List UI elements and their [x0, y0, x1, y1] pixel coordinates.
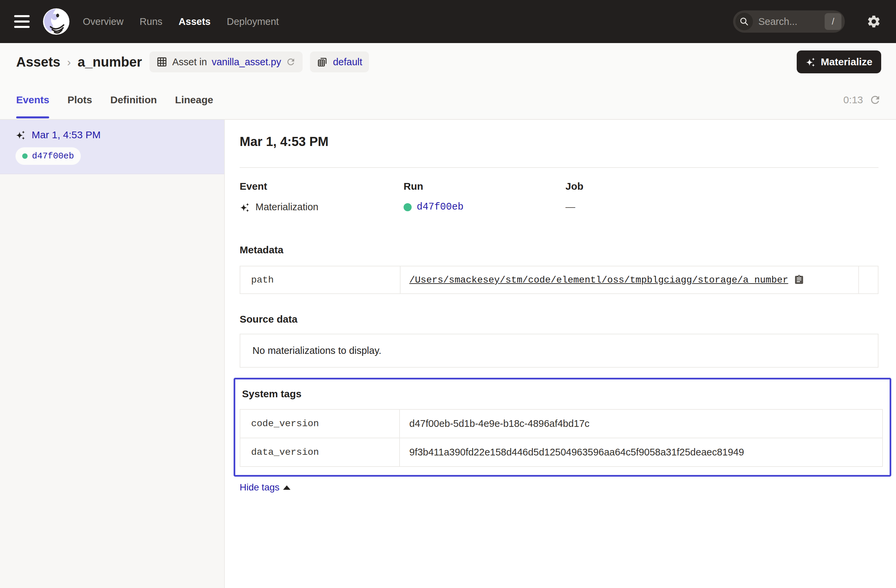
- metadata-actions-cell: [858, 266, 878, 293]
- page-title: a_number: [78, 55, 142, 70]
- hide-tags-label: Hide tags: [240, 482, 279, 493]
- breadcrumb: Assets › a_number: [16, 55, 142, 70]
- event-info-row: Event Materialization Run d47f00eb Job —: [240, 181, 879, 213]
- run-id-pill[interactable]: d47f00eb: [15, 147, 81, 165]
- event-type-value: Materialization: [256, 202, 318, 213]
- asset-location-badge: Asset in vanilla_asset.py: [149, 52, 303, 72]
- run-status-dot: [404, 203, 411, 211]
- copy-icon[interactable]: [794, 275, 805, 285]
- source-data-section-title: Source data: [240, 313, 879, 325]
- breadcrumb-assets-link[interactable]: Assets: [16, 55, 60, 70]
- reload-location-icon[interactable]: [286, 57, 296, 67]
- system-tags-section-title: System tags: [242, 388, 883, 400]
- job-column-label: Job: [565, 181, 879, 192]
- page-header: Assets › a_number Asset in vanilla_asset…: [0, 43, 896, 81]
- tab-definition[interactable]: Definition: [110, 81, 157, 119]
- refresh-icon[interactable]: [869, 94, 881, 106]
- event-timestamp-link[interactable]: Mar 1, 4:53 PM: [32, 129, 101, 141]
- content-area: Mar 1, 4:53 PM d47f00eb Mar 1, 4:53 PM E…: [0, 120, 896, 588]
- tag-key: data_version: [240, 438, 400, 466]
- path-link[interactable]: /Users/smackesey/stm/code/elementl/oss/t…: [409, 275, 788, 285]
- tab-lineage[interactable]: Lineage: [175, 81, 213, 119]
- source-data-empty-message: No materializations to display.: [253, 345, 381, 356]
- breadcrumb-separator: ›: [67, 56, 71, 68]
- run-column-label: Run: [404, 181, 565, 192]
- table-row: code_version d47f00eb-5d1b-4e9e-b18c-489…: [240, 410, 882, 438]
- run-id-link[interactable]: d47f00eb: [417, 202, 463, 213]
- hide-tags-link[interactable]: Hide tags: [240, 482, 291, 493]
- gear-icon[interactable]: [866, 14, 881, 29]
- search-icon: [736, 13, 753, 30]
- menu-icon[interactable]: [14, 15, 30, 28]
- repo-icon: [317, 56, 328, 68]
- search-bar[interactable]: /: [733, 11, 845, 33]
- tab-plots[interactable]: Plots: [67, 81, 92, 119]
- event-list-item[interactable]: Mar 1, 4:53 PM d47f00eb: [0, 120, 224, 174]
- system-tags-table: code_version d47f00eb-5d1b-4e9e-b18c-489…: [240, 409, 883, 467]
- materialize-label: Materialize: [821, 56, 872, 68]
- asset-file-link[interactable]: vanilla_asset.py: [212, 56, 281, 68]
- repo-badge[interactable]: default: [310, 52, 369, 72]
- metadata-table: path /Users/smackesey/stm/code/elementl/…: [240, 266, 879, 294]
- job-empty-value: —: [565, 202, 575, 213]
- tab-events[interactable]: Events: [16, 81, 49, 119]
- materialization-sparkles-icon: [240, 202, 250, 213]
- event-heading: Mar 1, 4:53 PM: [240, 135, 879, 149]
- repo-badge-label: default: [333, 56, 362, 68]
- source-data-empty-box: No materializations to display.: [240, 334, 879, 368]
- caret-up-icon: [283, 485, 291, 490]
- nav-item-assets[interactable]: Assets: [179, 16, 211, 27]
- asset-grid-icon: [156, 56, 168, 68]
- main-nav: Overview Runs Assets Deployment: [83, 16, 279, 27]
- refresh-area: 0:13: [844, 94, 881, 106]
- search-input[interactable]: [758, 16, 819, 27]
- sparkles-icon: [805, 56, 816, 67]
- metadata-section-title: Metadata: [240, 244, 879, 256]
- top-nav: Overview Runs Assets Deployment /: [0, 0, 896, 43]
- events-sidebar: Mar 1, 4:53 PM d47f00eb: [0, 120, 225, 588]
- refresh-countdown: 0:13: [844, 94, 863, 106]
- search-shortcut-badge: /: [824, 13, 841, 30]
- materialization-sparkles-icon: [15, 129, 26, 140]
- nav-item-overview[interactable]: Overview: [83, 16, 123, 27]
- event-detail-panel: Mar 1, 4:53 PM Event Materialization Run…: [225, 120, 896, 588]
- dagster-logo-icon[interactable]: [43, 8, 70, 35]
- table-row: data_version 9f3b411a390fd22e158d446d5d1…: [240, 438, 882, 466]
- asset-location-prefix: Asset in: [172, 56, 207, 68]
- tabs-bar: Events Plots Definition Lineage 0:13: [0, 81, 896, 120]
- system-tags-highlight-box: System tags code_version d47f00eb-5d1b-4…: [233, 378, 891, 477]
- run-id-label: d47f00eb: [32, 151, 74, 161]
- run-status-dot: [22, 153, 27, 159]
- tag-value: d47f00eb-5d1b-4e9e-b18c-4896af4bd17c: [400, 410, 882, 438]
- tag-key: code_version: [240, 410, 400, 438]
- nav-item-runs[interactable]: Runs: [140, 16, 163, 27]
- tag-value: 9f3b411a390fd22e158d446d5d12504963596aa6…: [400, 438, 882, 466]
- materialize-button[interactable]: Materialize: [797, 50, 881, 73]
- event-column-label: Event: [240, 181, 404, 192]
- metadata-key: path: [240, 266, 401, 293]
- divider: [240, 167, 879, 168]
- nav-item-deployment[interactable]: Deployment: [227, 16, 279, 27]
